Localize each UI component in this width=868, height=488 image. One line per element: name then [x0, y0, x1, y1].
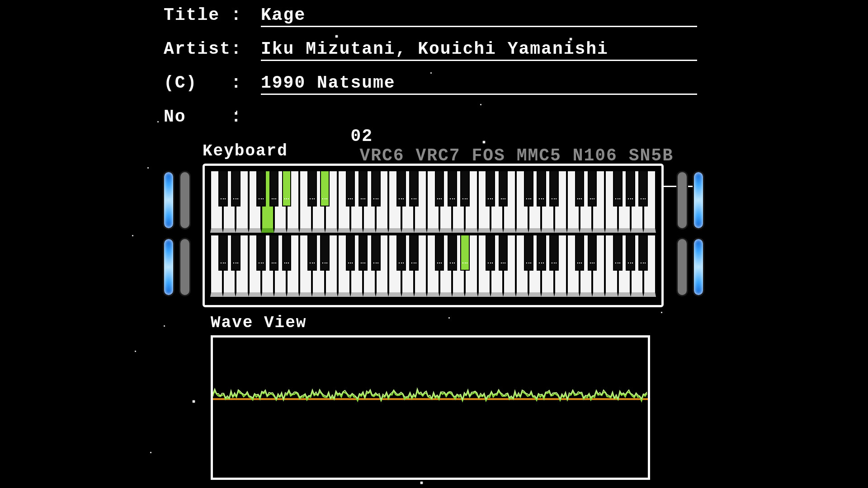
title-value: Kage	[261, 5, 697, 27]
black-key[interactable]	[409, 235, 419, 271]
black-key[interactable]	[269, 170, 279, 206]
black-key[interactable]	[320, 170, 330, 206]
black-key[interactable]	[524, 235, 533, 271]
metadata-block: Title : Kage Artist: Iku Mizutani, Kouic…	[164, 5, 697, 141]
channel-lamp	[163, 238, 175, 296]
meta-row-artist: Artist: Iku Mizutani, Kouichi Yamanishi	[164, 39, 697, 73]
keyboard-row-2	[210, 235, 656, 297]
lamp-column	[179, 171, 191, 296]
channel-lamp	[179, 171, 191, 230]
black-key[interactable]	[396, 170, 406, 206]
meta-label: No :	[164, 107, 261, 127]
lamps-right	[676, 171, 704, 296]
black-key[interactable]	[256, 170, 266, 206]
black-key[interactable]	[575, 235, 585, 271]
black-key[interactable]	[346, 235, 355, 271]
wave-label: Wave View	[211, 314, 307, 332]
lamp-column	[693, 171, 704, 296]
channel-lamp	[693, 171, 704, 230]
black-key[interactable]	[371, 170, 381, 206]
black-key[interactable]	[218, 235, 228, 271]
channel-lamp	[693, 238, 704, 296]
star-icon	[157, 121, 159, 122]
black-key[interactable]	[613, 170, 623, 206]
star-icon	[132, 235, 133, 236]
black-key[interactable]	[638, 170, 648, 206]
black-key[interactable]	[231, 235, 241, 271]
meta-label: Artist:	[164, 39, 261, 59]
black-key[interactable]	[269, 235, 279, 271]
expansion-chips: VRC6 VRC7 FOS MMC5 N106 SN5B	[359, 146, 674, 165]
black-key[interactable]	[359, 170, 368, 206]
meta-row-title: Title : Kage	[164, 5, 697, 39]
black-key[interactable]	[435, 170, 444, 206]
black-key[interactable]	[588, 235, 597, 271]
wave-svg	[213, 338, 648, 478]
star-icon	[448, 317, 450, 319]
star-icon	[164, 325, 165, 327]
star-icon	[135, 351, 136, 352]
black-key[interactable]	[549, 170, 559, 206]
black-key[interactable]	[282, 235, 292, 271]
wave-panel	[211, 335, 650, 480]
channel-lamp	[676, 171, 688, 230]
black-key[interactable]	[499, 170, 508, 206]
star-icon	[150, 452, 151, 453]
keyboard-panel	[203, 164, 664, 307]
lamps-left	[163, 171, 191, 296]
black-key[interactable]	[448, 170, 457, 206]
keyboard-label: Keyboard	[203, 142, 288, 160]
black-key[interactable]	[307, 235, 317, 271]
star-icon	[147, 167, 149, 169]
black-key[interactable]	[575, 170, 585, 206]
black-key[interactable]	[626, 170, 635, 206]
channel-lamp	[676, 238, 688, 296]
black-key[interactable]	[626, 235, 635, 271]
copyright-value: 1990 Natsume	[261, 73, 697, 95]
meta-label: Title :	[164, 5, 261, 25]
black-key[interactable]	[499, 235, 508, 271]
player-stage: Title : Kage Artist: Iku Mizutani, Kouic…	[105, 0, 763, 488]
star-icon	[661, 312, 662, 313]
black-key[interactable]	[359, 235, 368, 271]
black-key[interactable]	[638, 235, 648, 271]
black-key[interactable]	[486, 235, 495, 271]
channel-lamp	[179, 238, 191, 296]
black-key[interactable]	[396, 235, 406, 271]
star-icon	[420, 482, 423, 484]
black-key[interactable]	[549, 235, 559, 271]
black-key[interactable]	[613, 235, 623, 271]
black-key[interactable]	[588, 170, 597, 206]
black-key[interactable]	[231, 170, 241, 206]
black-key[interactable]	[320, 235, 330, 271]
artist-value: Iku Mizutani, Kouichi Yamanishi	[261, 39, 697, 61]
track-no: 02	[350, 127, 373, 146]
black-key[interactable]	[448, 235, 457, 271]
meta-row-track: No : 02 VRC6 VRC7 FOS MMC5 N106 SN5B	[164, 107, 697, 141]
black-key[interactable]	[409, 170, 419, 206]
black-key[interactable]	[460, 170, 470, 206]
black-key[interactable]	[460, 235, 470, 271]
keyboard-row-1	[210, 170, 656, 233]
black-key[interactable]	[282, 170, 292, 206]
meta-row-copyright: (C) : 1990 Natsume	[164, 73, 697, 107]
black-key[interactable]	[218, 170, 228, 206]
black-key[interactable]	[537, 235, 546, 271]
black-key[interactable]	[486, 170, 495, 206]
channel-lamp	[163, 171, 175, 230]
black-key[interactable]	[524, 170, 533, 206]
lamp-column	[163, 171, 175, 296]
black-key[interactable]	[256, 235, 266, 271]
black-key[interactable]	[435, 235, 444, 271]
black-key[interactable]	[371, 235, 381, 271]
black-key[interactable]	[346, 170, 355, 206]
meta-label: (C) :	[164, 73, 261, 93]
lamp-column	[676, 171, 688, 296]
star-icon	[193, 400, 195, 403]
black-key[interactable]	[307, 170, 317, 206]
black-key[interactable]	[537, 170, 546, 206]
